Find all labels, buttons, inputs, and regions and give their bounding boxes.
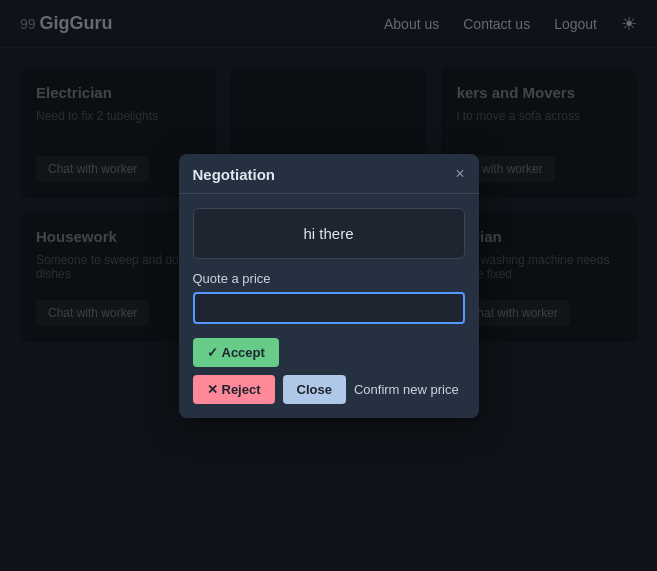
close-button[interactable]: Close: [283, 375, 346, 404]
modal-overlay: Negotiation × hi there Quote a price ✓ A…: [0, 0, 657, 571]
confirm-new-price-text: Confirm new price: [354, 382, 459, 397]
modal-actions: ✓ Accept ✕ Reject Close Confirm new pric…: [179, 338, 479, 418]
quote-label: Quote a price: [193, 271, 465, 286]
negotiation-message: hi there: [193, 208, 465, 259]
negotiation-modal: Negotiation × hi there Quote a price ✓ A…: [179, 154, 479, 418]
modal-header: Negotiation ×: [179, 154, 479, 194]
modal-body: hi there Quote a price: [179, 194, 479, 338]
modal-title: Negotiation: [193, 166, 276, 183]
x-icon: ✕: [207, 382, 218, 397]
accept-button[interactable]: ✓ Accept: [193, 338, 279, 367]
modal-close-button[interactable]: ×: [455, 166, 464, 182]
reject-button[interactable]: ✕ Reject: [193, 375, 275, 404]
checkmark-icon: ✓: [207, 345, 218, 360]
quote-input[interactable]: [193, 292, 465, 324]
